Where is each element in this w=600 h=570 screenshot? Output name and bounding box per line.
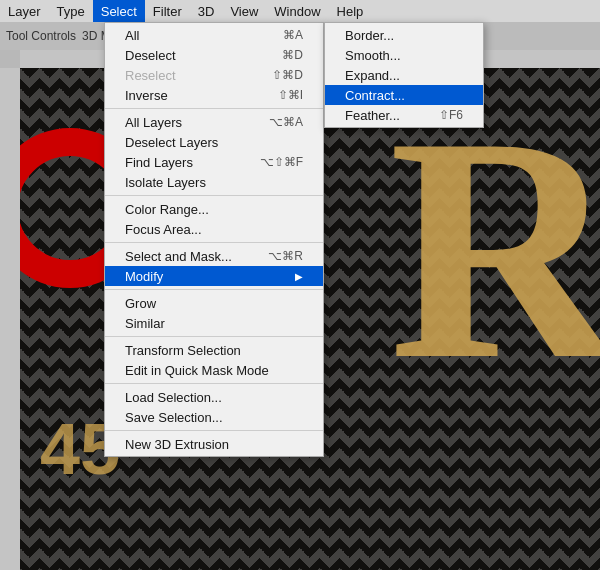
separator-6 (105, 383, 323, 384)
menu-item-transform-selection-label: Transform Selection (125, 343, 241, 358)
menu-item-find-layers-shortcut: ⌥⇧⌘F (260, 155, 303, 169)
menu-item-all-layers-shortcut: ⌥⌘A (269, 115, 303, 129)
menu-item-inverse-shortcut: ⇧⌘I (278, 88, 303, 102)
separator-1 (105, 108, 323, 109)
menu-item-edit-quick-mask[interactable]: Edit in Quick Mask Mode (105, 360, 323, 380)
menu-item-save-selection-label: Save Selection... (125, 410, 223, 425)
menu-item-grow-label: Grow (125, 296, 156, 311)
submenu-item-border-label: Border... (345, 28, 394, 43)
submenu-item-border[interactable]: Border... (325, 25, 483, 45)
menu-item-deselect-layers[interactable]: Deselect Layers (105, 132, 323, 152)
menu-item-select-mask[interactable]: Select and Mask... ⌥⌘R (105, 246, 323, 266)
submenu-item-smooth[interactable]: Smooth... (325, 45, 483, 65)
separator-7 (105, 430, 323, 431)
submenu-item-expand-label: Expand... (345, 68, 400, 83)
menu-select[interactable]: Select (93, 0, 145, 22)
menu-item-reselect[interactable]: Reselect ⇧⌘D (105, 65, 323, 85)
menu-item-color-range-label: Color Range... (125, 202, 209, 217)
menu-item-select-mask-shortcut: ⌥⌘R (268, 249, 303, 263)
menu-item-deselect-shortcut: ⌘D (282, 48, 303, 62)
ruler-corner (0, 50, 20, 68)
menu-item-deselect-label: Deselect (125, 48, 176, 63)
menu-item-deselect[interactable]: Deselect ⌘D (105, 45, 323, 65)
menu-item-transform-selection[interactable]: Transform Selection (105, 340, 323, 360)
menu-item-select-mask-label: Select and Mask... (125, 249, 232, 264)
menu-item-modify-label: Modify (125, 269, 163, 284)
menu-item-all[interactable]: All ⌘A (105, 25, 323, 45)
menu-item-load-selection-label: Load Selection... (125, 390, 222, 405)
menu-item-isolate-layers-label: Isolate Layers (125, 175, 206, 190)
submenu-item-feather-shortcut: ⇧F6 (439, 108, 463, 122)
menu-item-modify[interactable]: Modify ▶ (105, 266, 323, 286)
separator-2 (105, 195, 323, 196)
menu-window[interactable]: Window (266, 0, 328, 22)
menu-item-edit-quick-mask-label: Edit in Quick Mask Mode (125, 363, 269, 378)
submenu-item-feather-label: Feather... (345, 108, 400, 123)
ruler-vertical (0, 50, 20, 570)
menu-item-find-layers[interactable]: Find Layers ⌥⇧⌘F (105, 152, 323, 172)
menu-item-new-3d-extrusion[interactable]: New 3D Extrusion (105, 434, 323, 454)
menu-layer[interactable]: Layer (0, 0, 49, 22)
submenu-item-contract[interactable]: Contract... (325, 85, 483, 105)
menu-item-inverse-label: Inverse (125, 88, 168, 103)
menu-item-deselect-layers-label: Deselect Layers (125, 135, 218, 150)
separator-4 (105, 289, 323, 290)
modify-submenu-arrow-icon: ▶ (295, 271, 303, 282)
menu-item-all-layers[interactable]: All Layers ⌥⌘A (105, 112, 323, 132)
menu-item-isolate-layers[interactable]: Isolate Layers (105, 172, 323, 192)
menu-item-similar-label: Similar (125, 316, 165, 331)
menu-item-color-range[interactable]: Color Range... (105, 199, 323, 219)
submenu-item-contract-label: Contract... (345, 88, 405, 103)
separator-3 (105, 242, 323, 243)
art-gold-letter: R (389, 88, 600, 408)
submenu-item-expand[interactable]: Expand... (325, 65, 483, 85)
separator-5 (105, 336, 323, 337)
menu-item-all-label: All (125, 28, 139, 43)
submenu-item-feather[interactable]: Feather... ⇧F6 (325, 105, 483, 125)
menu-view[interactable]: View (222, 0, 266, 22)
menu-item-similar[interactable]: Similar (105, 313, 323, 333)
menu-item-all-shortcut: ⌘A (283, 28, 303, 42)
submenu-item-smooth-label: Smooth... (345, 48, 401, 63)
menu-item-new-3d-extrusion-label: New 3D Extrusion (125, 437, 229, 452)
menu-item-find-layers-label: Find Layers (125, 155, 193, 170)
menu-item-reselect-label: Reselect (125, 68, 176, 83)
menu-item-inverse[interactable]: Inverse ⇧⌘I (105, 85, 323, 105)
menu-help[interactable]: Help (329, 0, 372, 22)
menu-bar: Layer Type Select Filter 3D View Window … (0, 0, 600, 22)
menu-item-all-layers-label: All Layers (125, 115, 182, 130)
menu-type[interactable]: Type (49, 0, 93, 22)
select-dropdown-menu: All ⌘A Deselect ⌘D Reselect ⇧⌘D Inverse … (104, 22, 324, 457)
toolbar-controls-label: Tool Controls (6, 29, 76, 43)
menu-item-focus-area-label: Focus Area... (125, 222, 202, 237)
menu-item-reselect-shortcut: ⇧⌘D (272, 68, 303, 82)
menu-item-save-selection[interactable]: Save Selection... (105, 407, 323, 427)
menu-filter[interactable]: Filter (145, 0, 190, 22)
menu-item-load-selection[interactable]: Load Selection... (105, 387, 323, 407)
menu-3d[interactable]: 3D (190, 0, 223, 22)
modify-submenu: Border... Smooth... Expand... Contract..… (324, 22, 484, 128)
menu-item-focus-area[interactable]: Focus Area... (105, 219, 323, 239)
menu-item-grow[interactable]: Grow (105, 293, 323, 313)
